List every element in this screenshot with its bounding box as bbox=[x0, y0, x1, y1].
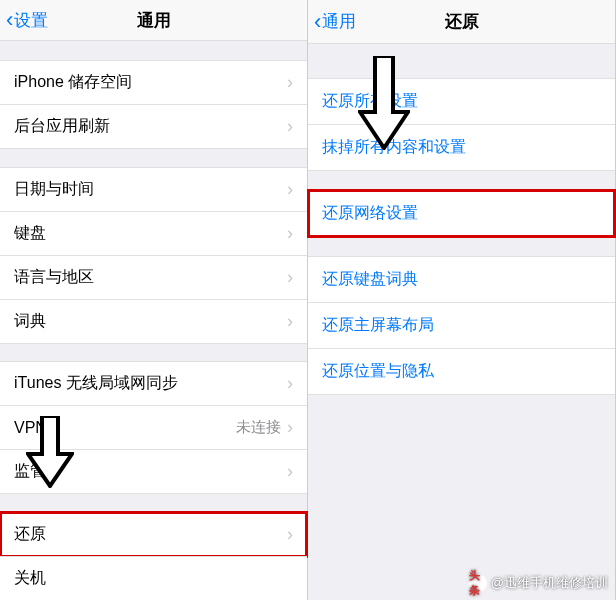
row-label: 语言与地区 bbox=[14, 267, 287, 288]
row-label: 关机 bbox=[14, 568, 293, 589]
row-label: 词典 bbox=[14, 311, 287, 332]
row-shutdown[interactable]: 关机 bbox=[0, 556, 307, 600]
back-label: 通用 bbox=[322, 10, 356, 33]
chevron-right-icon: › bbox=[287, 116, 293, 137]
row-lang-region[interactable]: 语言与地区 › bbox=[0, 255, 307, 300]
row-value: 未连接 bbox=[236, 418, 281, 437]
chevron-left-icon: ‹ bbox=[314, 11, 321, 33]
chevron-right-icon: › bbox=[287, 461, 293, 482]
row-dictionary[interactable]: 词典 › bbox=[0, 299, 307, 344]
chevron-left-icon: ‹ bbox=[6, 9, 13, 31]
row-date-time[interactable]: 日期与时间 › bbox=[0, 167, 307, 212]
page-title: 还原 bbox=[445, 10, 479, 33]
row-itunes-wifi-sync[interactable]: iTunes 无线局域网同步 › bbox=[0, 361, 307, 406]
page-title: 通用 bbox=[137, 9, 171, 32]
row-label: iPhone 储存空间 bbox=[14, 72, 287, 93]
row-iphone-storage[interactable]: iPhone 储存空间 › bbox=[0, 60, 307, 105]
row-reset-all-settings[interactable]: 还原所有设置 bbox=[308, 78, 615, 125]
row-erase-all-content[interactable]: 抹掉所有内容和设置 bbox=[308, 124, 615, 171]
chevron-right-icon: › bbox=[287, 267, 293, 288]
annotation-arrow-icon bbox=[26, 416, 74, 488]
row-label: iTunes 无线局域网同步 bbox=[14, 373, 287, 394]
watermark-text: @迅维手机维修培训 bbox=[491, 574, 608, 592]
chevron-right-icon: › bbox=[287, 72, 293, 93]
row-label: 还原 bbox=[14, 524, 287, 545]
row-label: 日期与时间 bbox=[14, 179, 287, 200]
row-keyboard[interactable]: 键盘 › bbox=[0, 211, 307, 256]
watermark: 头条 @迅维手机维修培训 bbox=[469, 574, 608, 592]
row-label: 还原主屏幕布局 bbox=[322, 315, 601, 336]
chevron-right-icon: › bbox=[287, 311, 293, 332]
row-label: 键盘 bbox=[14, 223, 287, 244]
chevron-right-icon: › bbox=[287, 373, 293, 394]
nav-bar: ‹ 通用 还原 bbox=[308, 0, 615, 44]
row-background-refresh[interactable]: 后台应用刷新 › bbox=[0, 104, 307, 149]
general-settings-panel: ‹ 设置 通用 iPhone 储存空间 › 后台应用刷新 › 日期与时间 › 键… bbox=[0, 0, 308, 600]
back-button[interactable]: ‹ 设置 bbox=[6, 9, 48, 32]
back-label: 设置 bbox=[14, 9, 48, 32]
chevron-right-icon: › bbox=[287, 223, 293, 244]
row-reset-home-layout[interactable]: 还原主屏幕布局 bbox=[308, 302, 615, 349]
chevron-right-icon: › bbox=[287, 417, 293, 438]
chevron-right-icon: › bbox=[287, 524, 293, 545]
row-label: 还原网络设置 bbox=[322, 203, 601, 224]
reset-panel: ‹ 通用 还原 还原所有设置 抹掉所有内容和设置 还原网络设置 还原键盘词典 还… bbox=[308, 0, 616, 600]
nav-bar: ‹ 设置 通用 bbox=[0, 0, 307, 41]
row-label: 后台应用刷新 bbox=[14, 116, 287, 137]
row-reset[interactable]: 还原 › bbox=[0, 512, 307, 557]
row-reset-network-settings[interactable]: 还原网络设置 bbox=[308, 190, 615, 237]
chevron-right-icon: › bbox=[287, 179, 293, 200]
back-button[interactable]: ‹ 通用 bbox=[314, 10, 356, 33]
row-reset-keyboard-dict[interactable]: 还原键盘词典 bbox=[308, 256, 615, 303]
watermark-icon: 头条 bbox=[469, 574, 487, 592]
annotation-arrow-icon bbox=[358, 56, 410, 150]
row-label: 还原位置与隐私 bbox=[322, 361, 601, 382]
row-label: 还原键盘词典 bbox=[322, 269, 601, 290]
row-reset-location-privacy[interactable]: 还原位置与隐私 bbox=[308, 348, 615, 395]
